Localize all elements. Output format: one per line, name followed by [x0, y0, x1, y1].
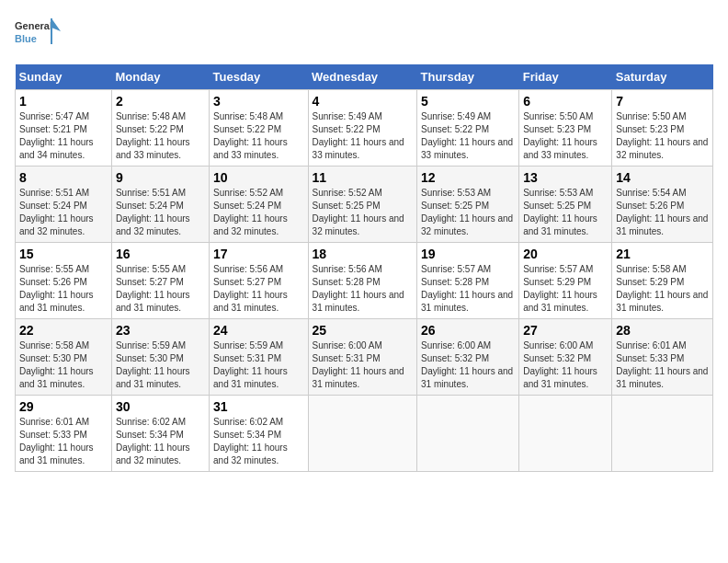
day-number: 8 — [19, 170, 108, 185]
calendar-cell: 13 Sunrise: 5:53 AMSunset: 5:25 PMDaylig… — [519, 167, 612, 243]
calendar-cell: 5 Sunrise: 5:49 AMSunset: 5:22 PMDayligh… — [417, 90, 519, 167]
calendar-cell: 18 Sunrise: 5:56 AMSunset: 5:28 PMDaylig… — [308, 243, 416, 319]
svg-marker-2 — [51, 18, 61, 31]
header: General Blue — [15, 15, 713, 53]
day-info: Sunrise: 6:00 AMSunset: 5:31 PMDaylight:… — [313, 340, 404, 389]
weekday-header-saturday: Saturday — [612, 64, 713, 90]
calendar-cell: 26 Sunrise: 6:00 AMSunset: 5:32 PMDaylig… — [417, 319, 519, 396]
svg-text:General: General — [15, 20, 52, 31]
day-number: 10 — [213, 170, 304, 185]
logo: General Blue — [15, 15, 61, 53]
calendar-cell: 20 Sunrise: 5:57 AMSunset: 5:29 PMDaylig… — [519, 243, 612, 319]
day-number: 12 — [421, 170, 515, 185]
calendar-cell: 11 Sunrise: 5:52 AMSunset: 5:25 PMDaylig… — [308, 167, 416, 243]
day-info: Sunrise: 5:53 AMSunset: 5:25 PMDaylight:… — [523, 188, 597, 236]
calendar-cell: 27 Sunrise: 6:00 AMSunset: 5:32 PMDaylig… — [519, 319, 612, 396]
day-info: Sunrise: 5:49 AMSunset: 5:22 PMDaylight:… — [421, 111, 513, 160]
day-number: 9 — [116, 170, 205, 185]
day-info: Sunrise: 5:48 AMSunset: 5:22 PMDaylight:… — [213, 111, 288, 160]
day-number: 7 — [616, 94, 709, 109]
day-info: Sunrise: 6:01 AMSunset: 5:33 PMDaylight:… — [616, 340, 708, 389]
day-number: 27 — [523, 323, 608, 338]
calendar-cell: 24 Sunrise: 5:59 AMSunset: 5:31 PMDaylig… — [210, 319, 309, 396]
day-info: Sunrise: 6:00 AMSunset: 5:32 PMDaylight:… — [523, 340, 597, 389]
calendar-cell: 4 Sunrise: 5:49 AMSunset: 5:22 PMDayligh… — [308, 90, 416, 167]
calendar-cell — [417, 396, 519, 472]
calendar-cell: 6 Sunrise: 5:50 AMSunset: 5:23 PMDayligh… — [519, 90, 612, 167]
day-info: Sunrise: 6:02 AMSunset: 5:34 PMDaylight:… — [116, 417, 190, 465]
day-number: 24 — [213, 323, 304, 338]
day-number: 18 — [313, 247, 413, 261]
week-row-5: 29 Sunrise: 6:01 AMSunset: 5:33 PMDaylig… — [16, 396, 713, 472]
svg-text:Blue: Blue — [15, 33, 37, 44]
day-info: Sunrise: 5:48 AMSunset: 5:22 PMDaylight:… — [116, 111, 190, 160]
week-row-1: 1 Sunrise: 5:47 AMSunset: 5:21 PMDayligh… — [16, 90, 713, 167]
day-number: 11 — [313, 170, 413, 185]
calendar-cell: 21 Sunrise: 5:58 AMSunset: 5:29 PMDaylig… — [612, 243, 713, 319]
general-blue-logo-icon: General Blue — [15, 15, 61, 53]
calendar-cell: 16 Sunrise: 5:55 AMSunset: 5:27 PMDaylig… — [111, 243, 209, 319]
calendar-cell: 3 Sunrise: 5:48 AMSunset: 5:22 PMDayligh… — [210, 90, 309, 167]
day-number: 25 — [313, 323, 413, 338]
day-info: Sunrise: 5:59 AMSunset: 5:30 PMDaylight:… — [116, 340, 190, 389]
calendar-cell: 1 Sunrise: 5:47 AMSunset: 5:21 PMDayligh… — [16, 90, 112, 167]
weekday-header-monday: Monday — [111, 64, 209, 90]
day-info: Sunrise: 5:57 AMSunset: 5:28 PMDaylight:… — [421, 264, 513, 313]
day-info: Sunrise: 5:51 AMSunset: 5:24 PMDaylight:… — [19, 188, 94, 236]
day-info: Sunrise: 5:50 AMSunset: 5:23 PMDaylight:… — [616, 111, 708, 160]
calendar-cell: 17 Sunrise: 5:56 AMSunset: 5:27 PMDaylig… — [210, 243, 309, 319]
calendar-cell: 23 Sunrise: 5:59 AMSunset: 5:30 PMDaylig… — [111, 319, 209, 396]
day-info: Sunrise: 5:47 AMSunset: 5:21 PMDaylight:… — [19, 111, 94, 160]
day-info: Sunrise: 6:01 AMSunset: 5:33 PMDaylight:… — [19, 417, 94, 465]
day-info: Sunrise: 5:58 AMSunset: 5:30 PMDaylight:… — [19, 340, 94, 389]
day-number: 17 — [213, 247, 304, 261]
day-info: Sunrise: 5:51 AMSunset: 5:24 PMDaylight:… — [116, 188, 190, 236]
day-info: Sunrise: 5:55 AMSunset: 5:26 PMDaylight:… — [19, 264, 94, 313]
calendar-cell: 7 Sunrise: 5:50 AMSunset: 5:23 PMDayligh… — [612, 90, 713, 167]
calendar-cell: 8 Sunrise: 5:51 AMSunset: 5:24 PMDayligh… — [16, 167, 112, 243]
day-number: 2 — [116, 94, 205, 109]
day-info: Sunrise: 5:52 AMSunset: 5:24 PMDaylight:… — [213, 188, 288, 236]
day-number: 3 — [213, 94, 304, 109]
day-number: 30 — [116, 399, 205, 414]
day-info: Sunrise: 6:00 AMSunset: 5:32 PMDaylight:… — [421, 340, 513, 389]
day-number: 4 — [313, 94, 413, 109]
day-number: 14 — [616, 170, 709, 185]
day-number: 31 — [213, 399, 304, 414]
calendar-cell — [519, 396, 612, 472]
day-info: Sunrise: 5:56 AMSunset: 5:28 PMDaylight:… — [313, 264, 404, 313]
calendar-cell: 2 Sunrise: 5:48 AMSunset: 5:22 PMDayligh… — [111, 90, 209, 167]
day-info: Sunrise: 5:50 AMSunset: 5:23 PMDaylight:… — [523, 111, 597, 160]
calendar-cell — [612, 396, 713, 472]
day-number: 29 — [19, 399, 108, 414]
weekday-header-row: SundayMondayTuesdayWednesdayThursdayFrid… — [16, 64, 713, 90]
day-number: 6 — [523, 94, 608, 109]
calendar-cell: 25 Sunrise: 6:00 AMSunset: 5:31 PMDaylig… — [308, 319, 416, 396]
day-number: 23 — [116, 323, 205, 338]
calendar-cell: 15 Sunrise: 5:55 AMSunset: 5:26 PMDaylig… — [16, 243, 112, 319]
calendar-cell: 10 Sunrise: 5:52 AMSunset: 5:24 PMDaylig… — [210, 167, 309, 243]
week-row-4: 22 Sunrise: 5:58 AMSunset: 5:30 PMDaylig… — [16, 319, 713, 396]
day-info: Sunrise: 5:55 AMSunset: 5:27 PMDaylight:… — [116, 264, 190, 313]
day-info: Sunrise: 5:57 AMSunset: 5:29 PMDaylight:… — [523, 264, 597, 313]
weekday-header-wednesday: Wednesday — [308, 64, 416, 90]
calendar-cell: 9 Sunrise: 5:51 AMSunset: 5:24 PMDayligh… — [111, 167, 209, 243]
calendar-cell: 30 Sunrise: 6:02 AMSunset: 5:34 PMDaylig… — [111, 396, 209, 472]
day-number: 13 — [523, 170, 608, 185]
day-info: Sunrise: 5:49 AMSunset: 5:22 PMDaylight:… — [313, 111, 404, 160]
day-number: 20 — [523, 247, 608, 261]
day-info: Sunrise: 6:02 AMSunset: 5:34 PMDaylight:… — [213, 417, 288, 465]
calendar-cell: 19 Sunrise: 5:57 AMSunset: 5:28 PMDaylig… — [417, 243, 519, 319]
day-number: 28 — [616, 323, 709, 338]
calendar-cell: 12 Sunrise: 5:53 AMSunset: 5:25 PMDaylig… — [417, 167, 519, 243]
day-info: Sunrise: 5:59 AMSunset: 5:31 PMDaylight:… — [213, 340, 288, 389]
day-number: 22 — [19, 323, 108, 338]
calendar-cell — [308, 396, 416, 472]
day-info: Sunrise: 5:56 AMSunset: 5:27 PMDaylight:… — [213, 264, 288, 313]
calendar-cell: 28 Sunrise: 6:01 AMSunset: 5:33 PMDaylig… — [612, 319, 713, 396]
day-number: 26 — [421, 323, 515, 338]
day-number: 5 — [421, 94, 515, 109]
day-number: 21 — [616, 247, 709, 261]
calendar-cell: 22 Sunrise: 5:58 AMSunset: 5:30 PMDaylig… — [16, 319, 112, 396]
calendar-table: SundayMondayTuesdayWednesdayThursdayFrid… — [15, 64, 713, 472]
